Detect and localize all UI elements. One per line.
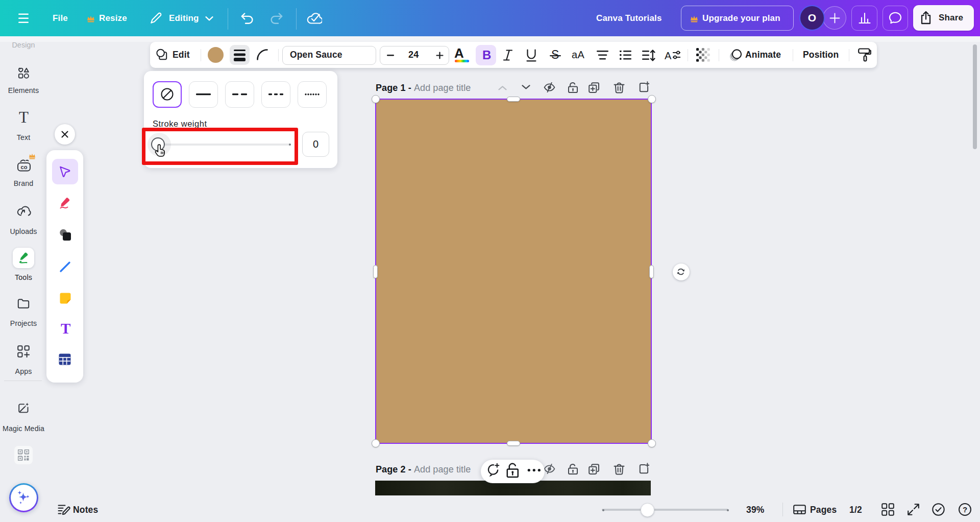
svg-text:co: co	[21, 164, 28, 170]
